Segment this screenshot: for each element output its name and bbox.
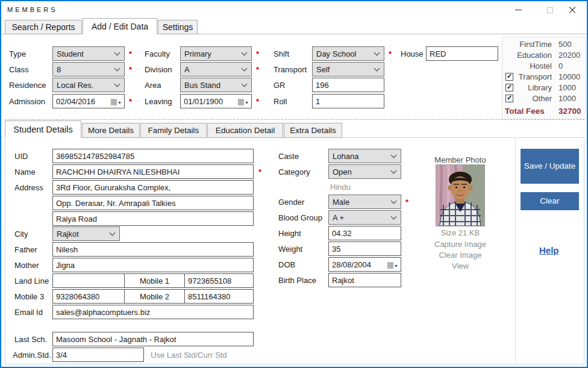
residence-value: Local Res. bbox=[57, 81, 93, 90]
close-button[interactable] bbox=[558, 1, 586, 19]
subtab-student-details-label: Student Details bbox=[13, 125, 72, 134]
address-line1-input[interactable]: 3Rd Floor, Gururaksha Complex, bbox=[52, 180, 254, 195]
bloodgroup-select[interactable]: A + bbox=[328, 210, 401, 225]
area-value: Bus Stand bbox=[184, 81, 220, 90]
adminstd-input[interactable]: 3/4 bbox=[52, 348, 144, 362]
bloodgroup-value: A + bbox=[333, 213, 344, 222]
gender-select[interactable]: Male bbox=[328, 195, 401, 209]
chevron-down-icon bbox=[391, 152, 397, 158]
mobile1-label: Mobile 1 bbox=[140, 276, 169, 285]
mobile2-input[interactable]: 8511164380 bbox=[184, 289, 254, 304]
faculty-select[interactable]: Primary bbox=[180, 46, 252, 61]
birthplace-input[interactable]: Rajkot bbox=[328, 273, 401, 287]
house-label: House bbox=[401, 49, 424, 58]
admission-value: 02/04/2016 bbox=[56, 97, 95, 106]
mobile3-input[interactable]: 9328064380 bbox=[52, 289, 125, 304]
tab-settings[interactable]: Settings bbox=[158, 20, 198, 34]
weight-input[interactable]: 35 bbox=[328, 242, 401, 256]
member-photo[interactable] bbox=[436, 164, 485, 226]
mobile1-input[interactable]: 9723655108 bbox=[184, 273, 254, 288]
dropdown-arrow-icon bbox=[394, 260, 398, 269]
email-input[interactable]: sales@alphacomptuers.biz bbox=[52, 305, 254, 319]
gender-required: * bbox=[405, 198, 408, 207]
subtab-education-detail[interactable]: Education Detail bbox=[207, 123, 283, 138]
house-input[interactable]: RED bbox=[426, 46, 498, 61]
minimize-button[interactable] bbox=[505, 1, 532, 19]
mother-label: Mother bbox=[14, 261, 39, 270]
landline-input[interactable] bbox=[52, 273, 125, 288]
fee-firsttime-label: FirstTime bbox=[514, 40, 552, 49]
tab-add-edit-data[interactable]: Add / Edit Data bbox=[83, 18, 157, 34]
subtab-family-details[interactable]: Family Details bbox=[140, 123, 207, 138]
gr-input[interactable]: 196 bbox=[312, 78, 384, 92]
tab-search-reports[interactable]: Search / Reports bbox=[5, 20, 82, 34]
subtab-student-details[interactable]: Student Details bbox=[5, 120, 81, 138]
leaving-value: 01/01/1900 bbox=[184, 97, 223, 106]
address-line2-value: Opp. Derasar, Nr. Amrapali Talkies bbox=[56, 199, 175, 208]
address-line3-input[interactable]: Raiya Road bbox=[52, 211, 254, 226]
caste-select[interactable]: Lohana bbox=[328, 149, 401, 163]
subtab-family-details-label: Family Details bbox=[148, 126, 199, 135]
name-input[interactable]: RACHCHH DHAIRYA NILESHBHAI bbox=[52, 164, 254, 179]
admission-datepicker[interactable]: 02/04/2016 bbox=[52, 94, 125, 108]
member-photo-image bbox=[436, 165, 484, 226]
roll-input[interactable]: 1 bbox=[312, 94, 384, 108]
father-input[interactable]: Nilesh bbox=[52, 242, 254, 257]
address-label: Address bbox=[14, 183, 43, 192]
gr-label: GR bbox=[274, 81, 286, 90]
lastschool-input[interactable]: Masoom School - Jagnath - Rajkot bbox=[52, 332, 254, 346]
weight-label: Weight bbox=[278, 245, 302, 254]
category-select[interactable]: Open bbox=[328, 164, 401, 179]
dob-datepicker[interactable]: 28/08/2004 bbox=[328, 257, 401, 272]
save-update-button[interactable]: Save / Update bbox=[521, 149, 579, 184]
chevron-down-icon bbox=[391, 198, 397, 204]
help-link[interactable]: Help bbox=[539, 245, 559, 255]
type-select[interactable]: Student bbox=[52, 46, 125, 61]
area-select[interactable]: Bus Stand bbox=[180, 78, 252, 92]
subtab-extra-details-label: Extra Details bbox=[290, 126, 336, 135]
class-required: * bbox=[129, 65, 132, 74]
fee-firsttime-value: 500 bbox=[558, 40, 572, 49]
gr-value: 196 bbox=[316, 81, 329, 90]
subtab-extra-details[interactable]: Extra Details bbox=[284, 123, 342, 138]
mobile2-label: Mobile 2 bbox=[140, 292, 169, 301]
class-value: 8 bbox=[57, 65, 61, 74]
save-update-label: Save / Update bbox=[524, 160, 576, 173]
view-image-link[interactable]: View bbox=[424, 261, 496, 270]
adminstd-hint: Use Last Std/Curr Std bbox=[151, 351, 227, 360]
clear-image-link[interactable]: Clear Image bbox=[424, 251, 496, 260]
class-select[interactable]: 8 bbox=[52, 62, 125, 76]
address-line1-value: 3Rd Floor, Gururaksha Complex, bbox=[56, 183, 170, 192]
window-title: MEMBERS bbox=[7, 6, 58, 13]
capture-image-link[interactable]: Capture Image bbox=[424, 240, 496, 249]
address-line2-input[interactable]: Opp. Derasar, Nr. Amrapali Talkies bbox=[52, 196, 254, 210]
shift-select[interactable]: Day School bbox=[312, 46, 384, 61]
other-fee-checkbox[interactable] bbox=[505, 95, 513, 102]
transport-select[interactable]: Self bbox=[312, 62, 384, 76]
type-value: Student bbox=[57, 49, 84, 58]
chevron-down-icon bbox=[242, 50, 248, 56]
residence-select[interactable]: Local Res. bbox=[52, 78, 125, 92]
city-value: Rajkot bbox=[57, 229, 79, 239]
title-bar: MEMBERS bbox=[1, 1, 587, 19]
division-select[interactable]: A bbox=[180, 62, 252, 76]
members-window: MEMBERS Search / Reports Add / Edit Data… bbox=[0, 0, 588, 368]
calendar-icon bbox=[110, 97, 117, 106]
subtab-more-details[interactable]: More Details bbox=[82, 123, 140, 138]
member-photo-title: Member Photo bbox=[424, 155, 496, 164]
height-input[interactable]: 04.32 bbox=[328, 226, 401, 240]
mother-input[interactable]: Jigna bbox=[52, 258, 254, 272]
transport-fee-checkbox[interactable] bbox=[505, 73, 513, 81]
clear-button[interactable]: Clear bbox=[521, 192, 579, 210]
leaving-datepicker[interactable]: 01/01/1900 bbox=[180, 94, 252, 108]
action-panel-divider bbox=[515, 139, 516, 363]
chevron-down-icon bbox=[114, 66, 120, 72]
uid-input[interactable]: 369852147852984785 bbox=[52, 149, 254, 163]
library-fee-checkbox[interactable] bbox=[505, 84, 513, 92]
name-value: RACHCHH DHAIRYA NILESHBHAI bbox=[56, 167, 180, 176]
subtab-education-detail-label: Education Detail bbox=[216, 126, 275, 135]
residence-label: Residence bbox=[9, 81, 46, 90]
city-select[interactable]: Rajkot bbox=[52, 226, 120, 241]
address-line3-value: Raiya Road bbox=[56, 214, 97, 223]
caste-value: Lohana bbox=[333, 152, 358, 161]
